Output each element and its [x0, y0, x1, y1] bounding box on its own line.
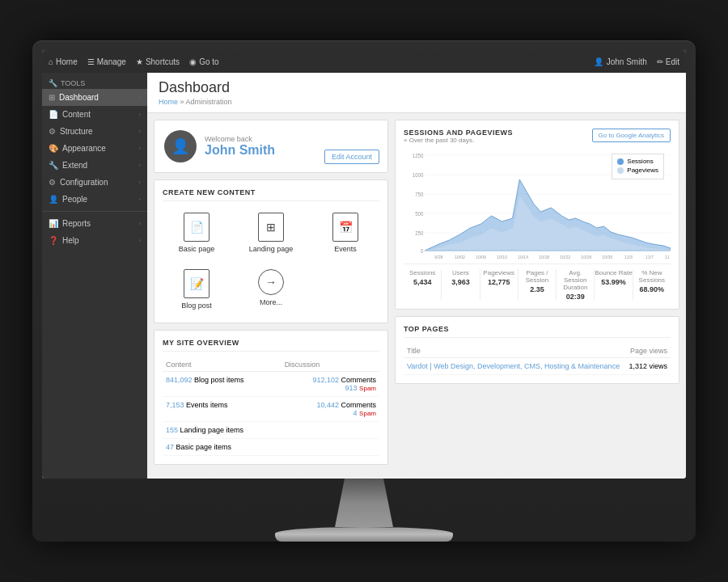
stat-bounce-rate: Bounce Rate 53.99%: [595, 269, 633, 301]
basic-page-icon: 📄: [184, 213, 210, 242]
nav-manage[interactable]: ☰ Manage: [87, 57, 126, 66]
top-pages-title: TOP PAGES: [404, 325, 671, 338]
stat-sessions: Sessions 5,434: [404, 269, 442, 301]
svg-text:10/26: 10/26: [581, 255, 591, 259]
star-icon: ★: [136, 57, 143, 66]
content-icon: 📄: [49, 110, 58, 119]
overview-table: Content Discussion 841,092 Blog post ite…: [163, 358, 379, 456]
table-row: 155 Landing page items: [163, 422, 379, 439]
sidebar-item-people[interactable]: 👤 People ›: [42, 191, 147, 208]
people-icon: 👤: [49, 195, 58, 204]
sidebar-item-dashboard[interactable]: ⊞ Dashboard ›: [42, 89, 147, 106]
right-column: SESSIONS AND PAGEVIEWS » Over the past 3…: [395, 120, 679, 472]
svg-text:11/3: 11/3: [624, 255, 633, 259]
legend-sessions: Sessions: [617, 158, 658, 165]
col-views-header: Page views: [625, 344, 671, 358]
create-landing-page[interactable]: ⊞ Landing page: [237, 208, 305, 258]
svg-text:750: 750: [415, 192, 423, 197]
breadcrumb-home[interactable]: Home: [159, 98, 178, 106]
legend-pageviews: Pageviews: [617, 167, 658, 174]
go-analytics-button[interactable]: Go to Google Analytics: [592, 129, 671, 142]
sidebar-item-extend[interactable]: 🔧 Extend ›: [42, 157, 147, 174]
create-more[interactable]: → More...: [237, 264, 305, 314]
stat-avg-duration: Avg. Session Duration 02:39: [557, 269, 595, 301]
analytics-subtitle: » Over the past 30 days.: [404, 137, 513, 144]
main-layout: 🔧 Tools ⊞ Dashboard › 📄 Content: [42, 73, 686, 479]
dashboard-icon: ⊞: [49, 93, 55, 102]
top-navigation: ⌂ Home ☰ Manage ★ Shortcuts ◉ Go to 👤: [42, 50, 686, 73]
top-pages-table: Title Page views Vardot | Web Design, De…: [404, 344, 671, 375]
create-basic-page[interactable]: 📄 Basic page: [163, 208, 231, 258]
nav-goto[interactable]: ◉ Go to: [189, 57, 218, 66]
nav-goto-label: Go to: [199, 57, 218, 66]
screen-bezel: ⌂ Home ☰ Manage ★ Shortcuts ◉ Go to 👤: [42, 50, 686, 479]
reports-icon: 📊: [49, 219, 58, 228]
table-row: 7,153 Events items 10,442 Comments 4 Spa…: [163, 397, 379, 422]
chevron-right-icon: ›: [138, 145, 141, 152]
top-page-link[interactable]: Vardot | Web Design, Development, CMS, H…: [407, 362, 620, 370]
sidebar-item-configuration[interactable]: ⚙ Configuration ›: [42, 174, 147, 191]
col-title-header: Title: [404, 344, 625, 358]
home-icon: ⌂: [49, 57, 53, 66]
nav-edit[interactable]: ✏ Edit: [657, 57, 679, 66]
svg-text:250: 250: [415, 230, 423, 236]
sessions-dot: [617, 158, 624, 165]
nav-user: 👤 John Smith: [594, 57, 647, 66]
structure-icon: ⚙: [49, 127, 56, 136]
table-row: 47 Basic page items: [163, 439, 379, 456]
svg-text:10/06: 10/06: [476, 255, 486, 259]
welcome-card: 👤 Welcome back John Smith Edit Account: [154, 120, 388, 173]
basic-count-link[interactable]: 47: [166, 443, 174, 451]
monitor-shell: ⌂ Home ☰ Manage ★ Shortcuts ◉ Go to 👤: [32, 40, 696, 542]
sidebar-item-content[interactable]: 📄 Content ›: [42, 106, 147, 123]
sidebar-item-reports[interactable]: 📊 Reports ›: [42, 215, 147, 232]
pageviews-dot: [617, 167, 624, 174]
stat-pages-session: Pages / Session 2.35: [518, 269, 557, 301]
events-count-link[interactable]: 7,153: [166, 401, 184, 409]
more-icon: →: [258, 269, 284, 295]
stand-neck: [315, 479, 413, 527]
blog-count-link[interactable]: 841,092: [166, 376, 193, 384]
content-header: Dashboard Home » Administration: [147, 73, 686, 113]
nav-edit-label: Edit: [666, 57, 679, 66]
nav-manage-label: Manage: [97, 57, 126, 66]
nav-shortcuts[interactable]: ★ Shortcuts: [136, 57, 180, 66]
chevron-right-icon: ›: [138, 162, 141, 169]
edit-account-button[interactable]: Edit Account: [324, 150, 379, 164]
config-icon: ⚙: [49, 178, 56, 187]
stat-users: Users 3,963: [442, 269, 480, 301]
nav-home[interactable]: ⌂ Home: [49, 57, 78, 66]
nav-user-label: John Smith: [607, 57, 647, 66]
sidebar-item-appearance[interactable]: 🎨 Appearance ›: [42, 140, 147, 157]
landing-page-icon: ⊞: [258, 213, 284, 242]
extend-icon: 🔧: [49, 161, 58, 170]
svg-text:10/10: 10/10: [497, 255, 507, 259]
tools-icon: 🔧: [49, 79, 57, 87]
svg-text:1000: 1000: [413, 172, 424, 178]
chevron-right-icon: ›: [138, 94, 141, 101]
create-events[interactable]: 📅 Events: [311, 208, 379, 258]
table-row: 841,092 Blog post items 912,102 Comments…: [163, 372, 379, 397]
sidebar-item-structure[interactable]: ⚙ Structure ›: [42, 123, 147, 140]
stand-base: [275, 527, 453, 542]
nav-home-label: Home: [56, 57, 78, 66]
analytics-card: SESSIONS AND PAGEVIEWS » Over the past 3…: [395, 120, 679, 310]
breadcrumb: Home » Administration: [159, 98, 675, 106]
svg-text:11: 11: [665, 255, 670, 259]
left-column: 👤 Welcome back John Smith Edit Account C…: [154, 120, 388, 472]
sidebar-tools-section: 🔧 Tools: [42, 76, 147, 89]
events-icon: 📅: [332, 213, 358, 242]
svg-text:500: 500: [415, 211, 423, 217]
sidebar-item-help[interactable]: ❓ Help ›: [42, 232, 147, 249]
site-overview-title: MY SITE OVERVIEW: [163, 339, 379, 352]
site-overview-card: MY SITE OVERVIEW Content Discussion: [154, 330, 388, 465]
blog-icon: 📝: [184, 269, 210, 298]
chevron-right-icon: ›: [138, 237, 141, 244]
edit-icon: ✏: [657, 57, 663, 66]
chevron-right-icon: ›: [138, 179, 141, 186]
create-blog-post[interactable]: 📝 Blog post: [163, 264, 231, 314]
avatar: 👤: [164, 130, 197, 162]
monitor-stand: [32, 479, 696, 542]
landing-count-link[interactable]: 155: [166, 426, 178, 434]
chevron-right-icon: ›: [138, 111, 141, 118]
